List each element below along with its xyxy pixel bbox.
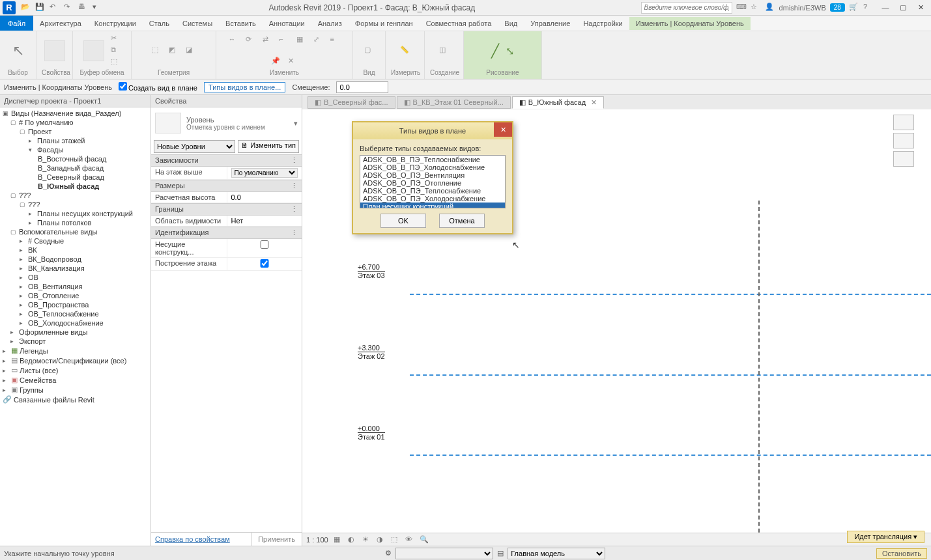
- view-tab-3[interactable]: ◧В_Южный фасад✕: [512, 96, 604, 109]
- cope-icon[interactable]: ⬚: [152, 46, 162, 56]
- tree-unknown2[interactable]: ▢???: [0, 200, 150, 209]
- tree-aux-ov-spaces[interactable]: ▸ОВ_Пространства: [0, 300, 150, 309]
- design-option-select[interactable]: Главная модель: [508, 548, 605, 559]
- level1-name[interactable]: Этаж 01: [358, 433, 385, 441]
- properties-help-link[interactable]: Справка по свойствам: [151, 533, 251, 546]
- mirror-icon[interactable]: ⇄: [263, 35, 273, 46]
- active-workset-select[interactable]: [395, 548, 493, 559]
- shadows-icon[interactable]: ◑: [377, 535, 386, 544]
- prop-group-constraints[interactable]: Зависимости⋮: [151, 154, 302, 167]
- prop-group-extents[interactable]: Границы⋮: [151, 203, 302, 216]
- level1-line[interactable]: [410, 455, 931, 456]
- tree-formatted-views[interactable]: ▸Оформленные виды: [0, 328, 150, 337]
- design-options-icon[interactable]: ▤: [497, 549, 504, 557]
- tree-aux-ov[interactable]: ▸ОВ: [0, 273, 150, 282]
- pick-line-icon[interactable]: ⤡: [506, 45, 514, 57]
- tab-structure[interactable]: Конструкции: [88, 17, 143, 30]
- measure-icon[interactable]: 📏: [400, 46, 410, 56]
- select-arrow-icon[interactable]: ↖: [12, 42, 24, 59]
- instance-filter-select[interactable]: Новые Уровни: [154, 140, 235, 153]
- qat-open-icon[interactable]: 📂: [21, 3, 31, 13]
- create-icon[interactable]: ◫: [439, 46, 450, 56]
- tree-legends[interactable]: ▸▦ Легенды: [0, 346, 150, 356]
- tree-aux-summary[interactable]: ▸# Сводные: [0, 236, 150, 245]
- tab-addins[interactable]: Надстройки: [577, 17, 629, 30]
- cancel-button[interactable]: Отмена: [439, 214, 485, 228]
- scale-label[interactable]: 1 : 100: [306, 536, 328, 544]
- ok-button[interactable]: OK: [380, 214, 426, 228]
- qat-save-icon[interactable]: 💾: [35, 3, 46, 13]
- list-item-selected[interactable]: План несущих конструкций: [360, 203, 505, 208]
- list-item[interactable]: ADSK_ОВ_В_ПЭ_Холодоснабжение: [360, 163, 505, 171]
- edit-type-button[interactable]: 🗎 Изменить тип: [238, 140, 299, 153]
- cart-icon[interactable]: 🛒: [849, 3, 859, 13]
- prop-computation-value[interactable]: 0.0: [227, 192, 302, 203]
- tab-annotate[interactable]: Аннотации: [263, 17, 311, 30]
- close-icon[interactable]: ✕: [913, 3, 928, 12]
- tree-aux-ov-cooling[interactable]: ▸ОВ_Холодоснабжение: [0, 318, 150, 328]
- tree-aux-vk-water[interactable]: ▸ВК_Водопровод: [0, 255, 150, 264]
- tree-links[interactable]: 🔗 Связанные файлы Revit: [0, 395, 150, 404]
- steering-wheel-icon[interactable]: [893, 133, 914, 148]
- viewcube-icon[interactable]: [893, 115, 914, 130]
- trim-icon[interactable]: ⌐: [279, 35, 290, 46]
- reveal-icon[interactable]: 🔍: [420, 535, 429, 544]
- hide-icon[interactable]: 👁: [405, 535, 414, 544]
- tree-structural-plans[interactable]: ▸Планы несущих конструкций: [0, 209, 150, 218]
- tree-floorplans[interactable]: ▸Планы этажей: [0, 136, 150, 145]
- tree-export[interactable]: ▸Экспорт: [0, 337, 150, 346]
- create-view-checkbox-wrap[interactable]: Создать вид в плане: [119, 82, 197, 92]
- cut-icon[interactable]: ✂: [111, 34, 121, 44]
- level2-line[interactable]: [410, 374, 931, 376]
- array-icon[interactable]: ▦: [296, 35, 307, 46]
- visual-style-icon[interactable]: ◐: [348, 535, 357, 544]
- tree-groups[interactable]: ▸▣ Группы: [0, 385, 150, 395]
- match-icon[interactable]: ⬚: [111, 57, 121, 68]
- tab-insert[interactable]: Вставить: [219, 17, 263, 30]
- tree-aux-ov-heat[interactable]: ▸ОВ_Отопление: [0, 291, 150, 300]
- signin-icon[interactable]: 👤: [765, 3, 775, 13]
- view-tab-1[interactable]: ◧В_Северный фас...: [308, 96, 395, 109]
- list-item[interactable]: ADSK_ОВ_В_ПЭ_Теплоснабжение: [360, 156, 505, 163]
- sun-path-icon[interactable]: ☀: [362, 535, 371, 544]
- tree-project[interactable]: ▢Проект: [0, 127, 150, 136]
- tab-systems[interactable]: Системы: [176, 17, 219, 30]
- pin-icon[interactable]: 📌: [271, 57, 281, 67]
- tab-massing[interactable]: Формы и генплан: [349, 17, 420, 30]
- move-icon[interactable]: ↔: [229, 35, 239, 46]
- maximize-icon[interactable]: ▢: [895, 3, 911, 12]
- tree-elev-north[interactable]: В_Северный фасад: [0, 173, 150, 182]
- chevron-down-icon[interactable]: ▾: [913, 533, 917, 540]
- minimize-icon[interactable]: —: [878, 3, 893, 11]
- grid-line[interactable]: [758, 201, 760, 546]
- tree-elev-east[interactable]: В_Восточный фасад: [0, 154, 150, 163]
- tree-aux-vk-sewer[interactable]: ▸ВК_Канализация: [0, 264, 150, 273]
- prop-scopebox-value[interactable]: Нет: [227, 216, 302, 226]
- stop-button[interactable]: Остановить: [876, 548, 927, 559]
- level2-name[interactable]: Этаж 02: [358, 352, 385, 360]
- create-view-checkbox[interactable]: [119, 82, 127, 91]
- properties-icon[interactable]: [44, 40, 65, 61]
- tab-steel[interactable]: Сталь: [143, 17, 176, 30]
- qat-undo-icon[interactable]: ↶: [50, 3, 60, 13]
- qat-more-icon[interactable]: ▾: [93, 3, 103, 13]
- offset-input[interactable]: [336, 81, 388, 93]
- worksets-icon[interactable]: ⚙: [385, 549, 392, 557]
- qat-redo-icon[interactable]: ↷: [64, 3, 74, 13]
- level3-value[interactable]: +6.700: [358, 263, 385, 272]
- tab-architecture[interactable]: Архитектура: [33, 17, 88, 30]
- help-icon[interactable]: ?: [863, 3, 874, 13]
- tree-unknown1[interactable]: ▢???: [0, 191, 150, 200]
- level2-value[interactable]: +3.300: [358, 344, 385, 352]
- type-selector[interactable]: УровеньОтметка уровня с именем ▾: [151, 107, 302, 139]
- view-icon[interactable]: ▢: [364, 46, 375, 56]
- dialog-close-button[interactable]: ✕: [494, 122, 512, 137]
- apply-button[interactable]: Применить: [251, 533, 302, 546]
- chevron-down-icon[interactable]: ▾: [294, 119, 298, 128]
- delete-icon[interactable]: ✕: [288, 57, 298, 67]
- tab-analyze[interactable]: Анализ: [311, 17, 349, 30]
- list-item[interactable]: ADSK_ОВ_О_ПЭ_Вентиляция: [360, 171, 505, 179]
- tree-default[interactable]: ▢# По умолчанию: [0, 118, 150, 127]
- tree-aux-views[interactable]: ▢Вспомогательные виды: [0, 227, 150, 236]
- tree-elevations[interactable]: ▾Фасады: [0, 145, 150, 154]
